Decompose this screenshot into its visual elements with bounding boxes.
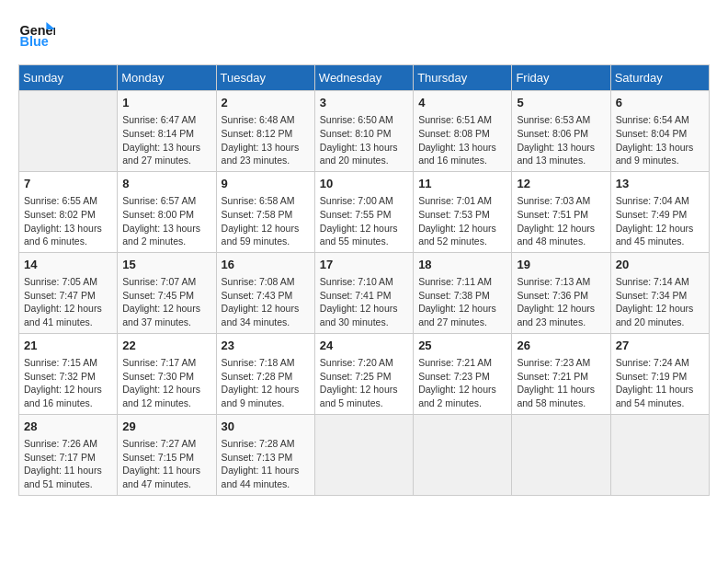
logo-icon: General Blue <box>18 18 55 55</box>
day-info: Sunrise: 7:14 AM Sunset: 7:34 PM Dayligh… <box>616 275 704 329</box>
calendar-table: SundayMondayTuesdayWednesdayThursdayFrid… <box>18 64 710 496</box>
day-number: 21 <box>24 338 112 354</box>
calendar-cell: 3Sunrise: 6:50 AM Sunset: 8:10 PM Daylig… <box>314 91 413 172</box>
day-number: 8 <box>122 176 210 192</box>
day-number: 24 <box>320 338 408 354</box>
day-number: 5 <box>517 95 605 111</box>
week-row-3: 14Sunrise: 7:05 AM Sunset: 7:47 PM Dayli… <box>19 252 710 333</box>
calendar-cell: 10Sunrise: 7:00 AM Sunset: 7:55 PM Dayli… <box>314 171 413 252</box>
calendar-cell: 30Sunrise: 7:28 AM Sunset: 7:13 PM Dayli… <box>216 414 314 495</box>
calendar-cell: 27Sunrise: 7:24 AM Sunset: 7:19 PM Dayli… <box>610 333 709 414</box>
calendar-cell: 28Sunrise: 7:26 AM Sunset: 7:17 PM Dayli… <box>19 414 118 495</box>
week-row-2: 7Sunrise: 6:55 AM Sunset: 8:02 PM Daylig… <box>19 171 710 252</box>
day-info: Sunrise: 6:53 AM Sunset: 8:06 PM Dayligh… <box>517 113 605 167</box>
svg-text:Blue: Blue <box>20 34 49 49</box>
calendar-cell: 12Sunrise: 7:03 AM Sunset: 7:51 PM Dayli… <box>512 171 610 252</box>
day-info: Sunrise: 7:11 AM Sunset: 7:38 PM Dayligh… <box>418 275 506 329</box>
calendar-cell: 29Sunrise: 7:27 AM Sunset: 7:15 PM Dayli… <box>118 414 216 495</box>
day-info: Sunrise: 6:55 AM Sunset: 8:02 PM Dayligh… <box>24 194 112 248</box>
calendar-cell: 1Sunrise: 6:47 AM Sunset: 8:14 PM Daylig… <box>118 91 216 172</box>
header-day-tuesday: Tuesday <box>216 65 314 91</box>
header-day-saturday: Saturday <box>610 65 709 91</box>
day-number: 13 <box>616 176 704 192</box>
day-number: 11 <box>418 176 506 192</box>
week-row-5: 28Sunrise: 7:26 AM Sunset: 7:17 PM Dayli… <box>19 414 710 495</box>
calendar-cell: 11Sunrise: 7:01 AM Sunset: 7:53 PM Dayli… <box>414 171 512 252</box>
day-number: 30 <box>222 419 310 435</box>
header-day-thursday: Thursday <box>414 65 512 91</box>
calendar-cell <box>610 414 709 495</box>
logo: General Blue <box>18 18 59 55</box>
header-day-wednesday: Wednesday <box>314 65 413 91</box>
calendar-cell: 5Sunrise: 6:53 AM Sunset: 8:06 PM Daylig… <box>512 91 610 172</box>
calendar-cell: 15Sunrise: 7:07 AM Sunset: 7:45 PM Dayli… <box>118 252 216 333</box>
calendar-cell: 17Sunrise: 7:10 AM Sunset: 7:41 PM Dayli… <box>314 252 413 333</box>
day-info: Sunrise: 7:27 AM Sunset: 7:15 PM Dayligh… <box>122 437 210 491</box>
day-info: Sunrise: 7:04 AM Sunset: 7:49 PM Dayligh… <box>616 194 704 248</box>
day-number: 16 <box>222 257 310 273</box>
day-info: Sunrise: 7:00 AM Sunset: 7:55 PM Dayligh… <box>320 194 408 248</box>
calendar-cell: 7Sunrise: 6:55 AM Sunset: 8:02 PM Daylig… <box>19 171 118 252</box>
day-info: Sunrise: 7:17 AM Sunset: 7:30 PM Dayligh… <box>122 356 210 410</box>
day-info: Sunrise: 6:51 AM Sunset: 8:08 PM Dayligh… <box>418 113 506 167</box>
day-info: Sunrise: 6:58 AM Sunset: 7:58 PM Dayligh… <box>222 194 310 248</box>
day-info: Sunrise: 7:10 AM Sunset: 7:41 PM Dayligh… <box>320 275 408 329</box>
calendar-cell: 22Sunrise: 7:17 AM Sunset: 7:30 PM Dayli… <box>118 333 216 414</box>
day-number: 29 <box>122 419 210 435</box>
calendar-cell <box>19 91 118 172</box>
day-number: 10 <box>320 176 408 192</box>
calendar-cell <box>314 414 413 495</box>
header-day-monday: Monday <box>118 65 216 91</box>
calendar-cell: 9Sunrise: 6:58 AM Sunset: 7:58 PM Daylig… <box>216 171 314 252</box>
day-info: Sunrise: 7:13 AM Sunset: 7:36 PM Dayligh… <box>517 275 605 329</box>
header-row: SundayMondayTuesdayWednesdayThursdayFrid… <box>19 65 710 91</box>
day-info: Sunrise: 6:48 AM Sunset: 8:12 PM Dayligh… <box>222 113 310 167</box>
day-info: Sunrise: 7:01 AM Sunset: 7:53 PM Dayligh… <box>418 194 506 248</box>
day-number: 25 <box>418 338 506 354</box>
day-number: 20 <box>616 257 704 273</box>
day-info: Sunrise: 6:54 AM Sunset: 8:04 PM Dayligh… <box>616 113 704 167</box>
calendar-cell: 19Sunrise: 7:13 AM Sunset: 7:36 PM Dayli… <box>512 252 610 333</box>
day-info: Sunrise: 7:26 AM Sunset: 7:17 PM Dayligh… <box>24 437 112 491</box>
day-info: Sunrise: 6:57 AM Sunset: 8:00 PM Dayligh… <box>122 194 210 248</box>
day-number: 27 <box>616 338 704 354</box>
calendar-cell: 13Sunrise: 7:04 AM Sunset: 7:49 PM Dayli… <box>610 171 709 252</box>
day-info: Sunrise: 7:18 AM Sunset: 7:28 PM Dayligh… <box>222 356 310 410</box>
calendar-cell: 14Sunrise: 7:05 AM Sunset: 7:47 PM Dayli… <box>19 252 118 333</box>
day-number: 15 <box>122 257 210 273</box>
day-info: Sunrise: 7:03 AM Sunset: 7:51 PM Dayligh… <box>517 194 605 248</box>
day-info: Sunrise: 6:50 AM Sunset: 8:10 PM Dayligh… <box>320 113 408 167</box>
day-info: Sunrise: 7:15 AM Sunset: 7:32 PM Dayligh… <box>24 356 112 410</box>
calendar-cell: 4Sunrise: 6:51 AM Sunset: 8:08 PM Daylig… <box>414 91 512 172</box>
day-number: 22 <box>122 338 210 354</box>
day-info: Sunrise: 7:24 AM Sunset: 7:19 PM Dayligh… <box>616 356 704 410</box>
calendar-cell: 21Sunrise: 7:15 AM Sunset: 7:32 PM Dayli… <box>19 333 118 414</box>
day-info: Sunrise: 7:05 AM Sunset: 7:47 PM Dayligh… <box>24 275 112 329</box>
day-info: Sunrise: 7:28 AM Sunset: 7:13 PM Dayligh… <box>222 437 310 491</box>
week-row-1: 1Sunrise: 6:47 AM Sunset: 8:14 PM Daylig… <box>19 91 710 172</box>
day-number: 6 <box>616 95 704 111</box>
day-info: Sunrise: 7:08 AM Sunset: 7:43 PM Dayligh… <box>222 275 310 329</box>
day-number: 2 <box>222 95 310 111</box>
day-number: 4 <box>418 95 506 111</box>
day-number: 3 <box>320 95 408 111</box>
day-number: 23 <box>222 338 310 354</box>
week-row-4: 21Sunrise: 7:15 AM Sunset: 7:32 PM Dayli… <box>19 333 710 414</box>
day-info: Sunrise: 7:20 AM Sunset: 7:25 PM Dayligh… <box>320 356 408 410</box>
day-number: 12 <box>517 176 605 192</box>
header-day-friday: Friday <box>512 65 610 91</box>
day-number: 7 <box>24 176 112 192</box>
day-number: 28 <box>24 419 112 435</box>
header-day-sunday: Sunday <box>19 65 118 91</box>
day-number: 14 <box>24 257 112 273</box>
day-info: Sunrise: 7:21 AM Sunset: 7:23 PM Dayligh… <box>418 356 506 410</box>
calendar-cell: 18Sunrise: 7:11 AM Sunset: 7:38 PM Dayli… <box>414 252 512 333</box>
calendar-cell <box>414 414 512 495</box>
day-number: 18 <box>418 257 506 273</box>
day-number: 9 <box>222 176 310 192</box>
day-number: 26 <box>517 338 605 354</box>
page-header: General Blue <box>18 18 710 55</box>
day-number: 17 <box>320 257 408 273</box>
calendar-cell: 20Sunrise: 7:14 AM Sunset: 7:34 PM Dayli… <box>610 252 709 333</box>
day-info: Sunrise: 6:47 AM Sunset: 8:14 PM Dayligh… <box>122 113 210 167</box>
